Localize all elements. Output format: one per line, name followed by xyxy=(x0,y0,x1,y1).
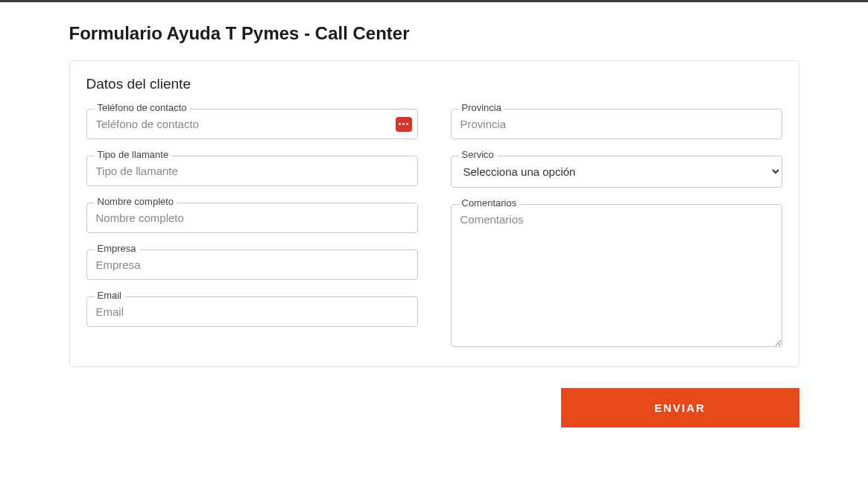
input-empresa[interactable] xyxy=(86,250,418,280)
form-container: Formulario Ayuda T Pymes - Call Center D… xyxy=(54,23,814,428)
field-comentarios: Comentarios xyxy=(451,204,782,347)
top-bar xyxy=(0,0,868,2)
input-email[interactable] xyxy=(86,296,418,327)
field-servicio: Servico Selecciona una opción xyxy=(451,156,782,188)
label-telefono: Teléfono de contacto xyxy=(95,102,190,113)
field-telefono: Teléfono de contacto xyxy=(86,109,418,139)
submit-button[interactable]: ENVIAR xyxy=(561,388,799,428)
field-provincia: Provincia xyxy=(451,109,782,139)
form-col-left: Teléfono de contacto Tipo de llamante No… xyxy=(86,109,418,347)
input-tipo-llamante[interactable] xyxy=(86,156,418,186)
input-provincia[interactable] xyxy=(451,109,782,139)
label-email: Email xyxy=(95,290,125,301)
input-telefono[interactable] xyxy=(86,109,418,139)
label-comentarios: Comentarios xyxy=(459,197,520,209)
label-nombre: Nombre completo xyxy=(95,196,177,207)
label-tipo-llamante: Tipo de llamante xyxy=(95,149,172,160)
actions-row: ENVIAR xyxy=(69,388,799,428)
page-title: Formulario Ayuda T Pymes - Call Center xyxy=(69,23,799,44)
form-grid: Teléfono de contacto Tipo de llamante No… xyxy=(86,109,782,347)
input-nombre[interactable] xyxy=(86,203,418,233)
field-tipo-llamante: Tipo de llamante xyxy=(86,156,418,186)
label-empresa: Empresa xyxy=(95,243,139,254)
field-nombre: Nombre completo xyxy=(86,203,418,233)
section-title: Datos del cliente xyxy=(86,76,782,92)
field-empresa: Empresa xyxy=(86,250,418,280)
field-email: Email xyxy=(86,296,418,327)
label-provincia: Provincia xyxy=(459,102,504,113)
label-servicio: Servico xyxy=(459,149,497,160)
textarea-comentarios[interactable] xyxy=(451,204,782,347)
client-data-card: Datos del cliente Teléfono de contacto T… xyxy=(69,60,799,367)
lastpass-icon[interactable] xyxy=(396,117,412,132)
form-col-right: Provincia Servico Selecciona una opción … xyxy=(451,109,782,347)
select-servicio[interactable]: Selecciona una opción xyxy=(451,156,782,188)
